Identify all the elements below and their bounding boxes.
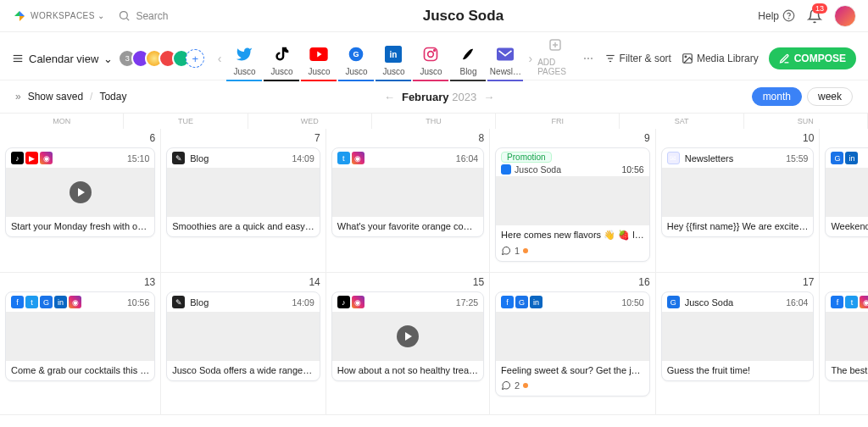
post-card[interactable]: ✉Newsletters15:59Hey {{first name}} We a… (661, 147, 815, 237)
calendar-view-dropdown[interactable]: Calendar view ⌄ (12, 53, 113, 65)
channel-tab-li[interactable]: inJusco (376, 45, 411, 81)
card-image (6, 168, 154, 217)
calendar-cell[interactable]: 14✎Blog14:09Jusco Soda offers a wide ran… (161, 273, 326, 415)
gb-icon: G (831, 152, 843, 164)
day-number: 15 (331, 276, 484, 288)
post-card[interactable]: ✎Blog14:09Smoothies are a quick and easy… (166, 147, 320, 237)
svg-text:G: G (353, 50, 359, 58)
card-time: 10:50 (621, 297, 643, 308)
gb-icon: G (667, 296, 680, 308)
calendar-cell[interactable]: 18ft◉10:50The best advice: try starting … (820, 273, 868, 415)
week-view-button[interactable]: week (807, 87, 853, 106)
channel-tab-ig[interactable]: Jusco (413, 45, 448, 81)
gb-icon: G (347, 45, 365, 64)
card-source: Jusco Soda (515, 164, 561, 175)
channels-prev-button[interactable]: ‹ (214, 52, 225, 65)
card-image (496, 176, 649, 225)
dow-header: MON (0, 114, 124, 129)
bl-icon (459, 45, 477, 64)
card-image (6, 312, 154, 361)
card-caption: Jusco Soda offers a wide range… (167, 361, 320, 380)
media-library-button[interactable]: Media Library (682, 53, 759, 64)
card-time: 17:25 (456, 297, 478, 308)
card-caption: Feeling sweet & sour? Get the j… (496, 361, 649, 380)
post-card[interactable]: GJusco Soda16:04Guess the fruit time! (661, 291, 815, 381)
calendar-cell[interactable]: 13ftGin◉10:56Come & grab our cocktails t… (0, 273, 161, 415)
channel-tab-tk[interactable]: Jusco (264, 45, 299, 81)
card-time: 14:09 (292, 297, 314, 308)
nl-icon: ✉ (667, 152, 680, 164)
card-image (826, 312, 868, 361)
calendar-cell[interactable]: 7✎Blog14:09Smoothies are a quick and eas… (161, 129, 326, 273)
channel-tab-tw[interactable]: Jusco (226, 45, 262, 81)
prev-month-button[interactable]: ← (384, 91, 395, 103)
help-link[interactable]: Help (758, 9, 795, 22)
post-card[interactable]: ✎Blog14:09Jusco Soda offers a wide range… (166, 291, 320, 381)
status-dot (523, 248, 528, 253)
channels-next-button[interactable]: › (525, 52, 536, 65)
ig-icon: ◉ (352, 296, 364, 308)
add-pages-button[interactable]: ADD PAGES (537, 36, 573, 81)
app-logo[interactable] (12, 8, 27, 24)
user-avatar[interactable] (834, 5, 856, 27)
svg-text:in: in (390, 50, 398, 59)
post-card[interactable]: fGin10:50Feeling sweet & sour? Get the j… (495, 291, 650, 396)
ig-icon: ◉ (69, 296, 81, 308)
tk-icon: ♪ (337, 296, 350, 308)
notifications-badge: 13 (812, 3, 827, 14)
hamburger-icon (12, 53, 24, 64)
calendar-cell[interactable]: 8t◉16:04What's your favorite orange co… (326, 129, 490, 273)
post-card[interactable]: ftGin◉10:56Come & grab our cocktails thi… (5, 291, 155, 381)
calendar-cell[interactable]: 15♪◉17:25How about a not so healthy trea… (326, 273, 490, 415)
next-month-button[interactable]: → (483, 91, 494, 103)
card-image (662, 312, 814, 361)
ig-icon: ◉ (352, 152, 364, 164)
comment-count: 2 (515, 380, 520, 391)
day-number: 16 (495, 276, 650, 288)
card-label: Newsletters (685, 153, 733, 164)
post-card[interactable]: ft◉10:50The best advice: try starting yo… (825, 291, 868, 381)
comment-count: 1 (515, 246, 520, 256)
calendar-cell[interactable]: 9PromotionJusco Soda10:56Here comes new … (490, 129, 656, 273)
add-collaborator-button[interactable]: + (186, 49, 204, 68)
post-card[interactable]: ♪◉17:25How about a not so healthy trea… (331, 291, 484, 381)
play-icon (70, 181, 92, 203)
calendar-cell[interactable]: 10✉Newsletters15:59Hey {{first name}} We… (656, 129, 821, 273)
page-title: Jusco Soda (168, 8, 758, 25)
channel-tab-yt[interactable]: Jusco (301, 45, 337, 81)
channel-tab-bl[interactable]: Blog (450, 45, 486, 81)
post-card[interactable]: PromotionJusco Soda10:56Here comes new f… (495, 147, 650, 262)
notifications-button[interactable]: 13 (807, 8, 822, 24)
workspaces-dropdown[interactable]: WORKSPACES ⌄ (31, 11, 104, 20)
calendar-cell[interactable]: 17GJusco Soda16:04Guess the fruit time! (656, 273, 821, 415)
post-card[interactable]: ♪▶◉15:10Start your Monday fresh with o… (5, 147, 155, 237)
bl-icon: ✎ (172, 152, 185, 164)
show-saved-button[interactable]: Show saved (28, 91, 83, 103)
calendar-cell[interactable]: 11Gin10:58Weekend mood is brunch mood… (820, 129, 868, 273)
tw-icon: t (337, 152, 350, 164)
post-card[interactable]: t◉16:04What's your favorite orange co… (331, 147, 484, 237)
channel-tab-gb[interactable]: GJusco (338, 45, 374, 81)
gb-icon: G (515, 296, 528, 308)
card-image (167, 312, 320, 361)
today-button[interactable]: Today (99, 91, 126, 103)
li-icon: in (530, 296, 542, 308)
month-view-button[interactable]: month (752, 87, 802, 106)
more-menu-button[interactable]: ⋯ (583, 53, 594, 64)
yt-icon (309, 45, 328, 64)
svg-point-23 (685, 56, 687, 58)
card-label: Jusco Soda (685, 297, 733, 308)
calendar-cell[interactable]: 16fGin10:50Feeling sweet & sour? Get the… (490, 273, 656, 415)
filter-sort-button[interactable]: Filter & sort (604, 53, 671, 64)
collaborator-facepile[interactable]: 3 + (123, 49, 204, 68)
svg-rect-15 (497, 48, 514, 61)
help-icon (782, 9, 795, 22)
post-card[interactable]: Gin10:58Weekend mood is brunch mood… (825, 147, 868, 237)
ig-icon (421, 45, 440, 64)
compose-button[interactable]: COMPOSE (769, 47, 856, 69)
calendar-cell[interactable]: 6♪▶◉15:10Start your Monday fresh with o… (0, 129, 161, 273)
channel-tab-nl[interactable]: Newsl… (487, 45, 523, 81)
expand-icon[interactable]: » (15, 91, 21, 103)
filter-icon (604, 53, 616, 64)
search-input[interactable]: Search (118, 9, 168, 22)
